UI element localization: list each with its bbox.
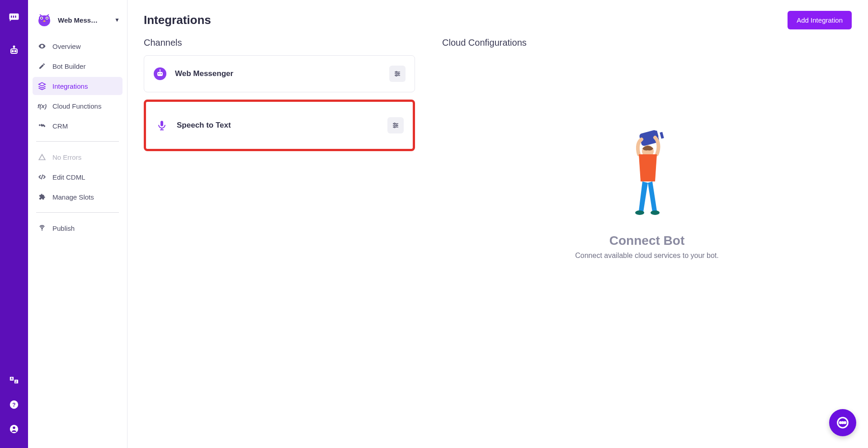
bot-selector[interactable]: Web Mess… ▼	[33, 7, 123, 36]
svg-point-28	[42, 228, 42, 229]
chat-fab[interactable]	[829, 409, 856, 436]
channel-label: Web Messenger	[175, 69, 381, 78]
help-icon[interactable]: ?	[8, 398, 20, 411]
sidebar-item-cloud-functions[interactable]: f(x) Cloud Functions	[33, 97, 123, 115]
svg-point-59	[844, 422, 845, 423]
svg-line-26	[42, 175, 43, 180]
layers-icon	[38, 82, 46, 90]
svg-point-34	[160, 69, 160, 70]
profile-icon[interactable]	[8, 423, 20, 435]
svg-text:?: ?	[12, 402, 15, 408]
microphone-icon	[155, 119, 169, 132]
sidebar-item-bot-builder[interactable]: Bot Builder	[33, 57, 123, 75]
svg-rect-41	[160, 121, 163, 126]
connect-bot-illustration	[615, 129, 679, 229]
cloud-empty-state: Connect Bot Connect available cloud serv…	[442, 129, 852, 260]
fx-icon: f(x)	[38, 102, 46, 110]
add-integration-button[interactable]: Add Integration	[788, 11, 852, 29]
channel-settings-button[interactable]	[389, 66, 406, 82]
broadcast-icon	[38, 224, 46, 232]
svg-point-23	[47, 18, 48, 19]
bot-icon[interactable]	[8, 44, 20, 57]
sidebar-item-publish[interactable]: Publish	[33, 219, 123, 237]
svg-text:Z: Z	[15, 380, 17, 383]
svg-point-58	[842, 422, 843, 423]
svg-point-22	[41, 18, 42, 19]
sidebar-item-manage-slots[interactable]: Manage Slots	[33, 188, 123, 206]
sidebar-item-label: Edit CDML	[52, 173, 85, 181]
puzzle-icon	[38, 193, 46, 201]
sidebar-item-edit-cdml[interactable]: Edit CDML	[33, 168, 123, 186]
sidebar-item-label: Manage Slots	[52, 193, 94, 201]
svg-point-31	[158, 73, 160, 75]
chat-dots-icon	[836, 416, 849, 429]
svg-point-55	[651, 210, 660, 215]
sidebar-item-errors[interactable]: No Errors	[33, 148, 123, 166]
sidebar-item-label: Overview	[52, 43, 81, 50]
svg-point-54	[635, 210, 644, 215]
svg-point-40	[396, 75, 397, 76]
svg-point-39	[398, 73, 399, 75]
sidebar-item-label: Publish	[52, 224, 75, 232]
sidebar-item-integrations[interactable]: Integrations	[33, 77, 123, 95]
svg-point-32	[160, 73, 162, 75]
svg-rect-3	[15, 16, 16, 18]
chevron-down-icon: ▼	[114, 17, 120, 23]
chat-bubble-icon[interactable]	[8, 11, 20, 24]
translate-icon[interactable]: AZ	[8, 374, 20, 386]
svg-point-48	[396, 125, 397, 126]
channels-column: Channels Web Messenger Speech to Text	[144, 38, 415, 260]
svg-point-5	[12, 51, 14, 52]
svg-point-16	[13, 427, 15, 429]
sidebar-item-crm[interactable]: CRM	[33, 117, 123, 135]
main-header: Integrations Add Integration	[144, 11, 852, 29]
sidebar-item-label: Bot Builder	[52, 62, 85, 70]
empty-subtitle: Connect available cloud services to your…	[575, 252, 719, 260]
svg-point-8	[14, 46, 15, 48]
sidebar-item-label: Integrations	[52, 82, 88, 90]
divider	[36, 212, 119, 213]
svg-rect-1	[11, 16, 12, 18]
sidebar-item-label: Cloud Functions	[52, 102, 101, 110]
sidebar: Web Mess… ▼ Overview Bot Builder Integra…	[28, 0, 127, 448]
eye-icon	[38, 42, 46, 50]
cloud-column: Cloud Configurations	[442, 38, 852, 260]
cloud-title: Cloud Configurations	[442, 38, 852, 48]
svg-point-47	[394, 123, 395, 124]
empty-title: Connect Bot	[609, 234, 684, 248]
channel-card-web-messenger[interactable]: Web Messenger	[144, 55, 415, 92]
svg-text:A: A	[11, 377, 13, 380]
svg-point-57	[840, 422, 841, 423]
svg-point-6	[15, 51, 16, 52]
svg-rect-52	[660, 132, 664, 138]
sidebar-item-label: No Errors	[52, 153, 81, 161]
main-content: Integrations Add Integration Channels We…	[127, 0, 868, 448]
svg-point-38	[396, 71, 397, 73]
svg-rect-2	[13, 16, 14, 18]
channel-label: Speech to Text	[177, 121, 379, 130]
channels-title: Channels	[144, 38, 415, 48]
sidebar-item-label: CRM	[52, 122, 68, 130]
owl-icon	[35, 11, 53, 29]
svg-rect-30	[157, 72, 163, 76]
sidebar-item-overview[interactable]: Overview	[33, 37, 123, 55]
code-icon	[38, 173, 46, 181]
svg-point-49	[394, 126, 395, 128]
handshake-icon	[38, 122, 46, 130]
bot-name: Web Mess…	[58, 16, 110, 24]
pencil-icon	[38, 62, 46, 70]
page-title: Integrations	[144, 13, 211, 27]
app-rail: AZ ?	[0, 0, 28, 448]
warning-icon	[38, 153, 46, 161]
channel-card-speech-to-text[interactable]: Speech to Text	[144, 100, 415, 151]
svg-point-25	[42, 46, 43, 47]
channel-settings-button[interactable]	[387, 117, 404, 133]
bot-circle-icon	[153, 67, 167, 81]
divider	[36, 141, 119, 142]
